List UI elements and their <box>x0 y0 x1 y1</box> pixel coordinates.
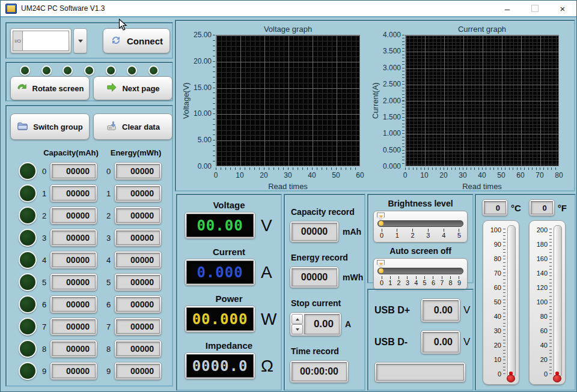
fahrenheit-field: 0 <box>529 199 555 216</box>
power-display-value: 00.000 <box>186 307 254 331</box>
fahrenheit-value: 0 <box>531 201 553 214</box>
capacity-row-index: 6 <box>40 300 49 309</box>
impedance-display-row: 0000.0Ω <box>177 352 281 379</box>
capacity-record-field: 00000 <box>290 221 339 243</box>
usb-dplus-value: 0.00 <box>423 300 459 321</box>
next-page-button[interactable]: Next page <box>93 76 172 100</box>
voltage-display: 00.00 <box>185 212 255 239</box>
com-port-field-frame: I/O <box>10 28 72 53</box>
auto-screen-off-slider-fill-dot <box>379 268 383 273</box>
graphs-panel: Voltage graphVoltage(V)25.0020.0015.0010… <box>175 20 575 191</box>
clear-data-icon <box>106 120 117 133</box>
com-port-input[interactable] <box>22 31 69 51</box>
com-port-dropdown-button[interactable] <box>73 28 87 53</box>
group-led <box>19 318 37 336</box>
capacity-field-value: 00000 <box>52 364 96 378</box>
xtick-label: 30 <box>279 171 297 179</box>
current-label: Current <box>177 247 281 259</box>
stop-current-spinner: 0.00 <box>290 312 341 336</box>
spin-up-button[interactable] <box>292 314 303 324</box>
celsius-scale-ticks <box>503 229 505 375</box>
clear-data-button[interactable]: Clear data <box>93 113 172 140</box>
capacity-field: 00000 <box>50 229 97 247</box>
group-row: 400000400000 <box>19 251 172 269</box>
scale-label: 0 <box>544 370 548 378</box>
stop-current-label: Stop current <box>290 298 364 309</box>
auto-screen-off-slider-thumb[interactable] <box>377 260 385 268</box>
energy-record-field: 00000 <box>290 267 339 288</box>
current-graph-plot <box>405 35 559 166</box>
stop-current-row: 0.00 A <box>290 312 364 336</box>
tick-label: 0 <box>378 232 385 239</box>
energy-row-index: 3 <box>104 234 113 243</box>
minimize-button[interactable]: – <box>493 1 521 16</box>
capacity-row-index: 8 <box>40 345 49 354</box>
scale-label: 200 <box>537 226 548 234</box>
capacity-record-row: 00000 mAh <box>290 221 364 243</box>
auto-screen-off-slider-track[interactable] <box>377 268 463 274</box>
connect-button[interactable]: Connect <box>103 28 170 53</box>
energy-field: 00000 <box>114 207 162 225</box>
group-led <box>19 295 37 313</box>
xtick-label: 70 <box>531 171 549 179</box>
usb-dminus-unit: V <box>463 336 470 348</box>
stop-current-value[interactable]: 0.00 <box>304 314 340 334</box>
voltage-label: Voltage <box>177 200 281 212</box>
rotate-screen-button[interactable]: Rotate screen <box>10 76 90 100</box>
voltage-graph-xtick-labels: 0102030405060 <box>207 171 369 179</box>
tick-label: 3 <box>404 279 411 286</box>
next-page-label: Next page <box>122 84 159 93</box>
energy-row-index: 6 <box>104 300 113 309</box>
celsius-bulb <box>507 375 515 382</box>
ytick-label: 3.000 <box>383 64 401 72</box>
switch-group-button[interactable]: Switch group <box>10 113 90 140</box>
xtick-label: 60 <box>511 171 530 179</box>
scale-label: 100 <box>537 298 548 306</box>
xtick-label: 40 <box>303 171 321 179</box>
current-graph-y-minor-ticks <box>402 35 405 166</box>
energy-row-index: 7 <box>104 322 113 331</box>
energy-field: 00000 <box>114 273 162 291</box>
energy-record-value: 00000 <box>292 268 337 286</box>
ytick-label: 1.000 <box>383 129 401 137</box>
current-graph-x-minor-ticks <box>405 167 559 170</box>
capacity-field-value: 00000 <box>52 253 96 267</box>
energy-field: 00000 <box>114 340 162 358</box>
temperature-panel: 0 °C 0 °F 100908070605040302010020018016… <box>475 194 576 391</box>
xtick-label: 0 <box>396 171 414 179</box>
io-port-icon: I/O <box>13 31 22 51</box>
ytick-label: 3.500 <box>383 47 401 55</box>
current-display: 0.000 <box>185 259 255 286</box>
group-row: 000000000000 <box>19 162 172 180</box>
group-row: 300000300000 <box>19 229 172 247</box>
capacity-field: 00000 <box>50 162 97 180</box>
record-panel: Capacity record 00000 mAh Energy record … <box>284 194 365 391</box>
spin-down-button[interactable] <box>292 324 303 334</box>
capacity-row-index: 1 <box>40 189 49 198</box>
brightness-level-slider-thumb[interactable] <box>377 213 385 221</box>
usb-dplus-label: USB D+ <box>374 305 418 316</box>
capacity-field: 00000 <box>50 295 97 313</box>
ytick-label: 10.00 <box>194 109 212 118</box>
group-panel: Switch group Clear data Capacity(mAh) En… <box>5 105 173 387</box>
celsius-thermometer: 1009080706050403020100 <box>483 220 519 385</box>
ytick-label: 0.500 <box>383 146 401 154</box>
power-display: 00.000 <box>185 306 255 333</box>
brightness-level-slider-track[interactable] <box>377 220 463 227</box>
nav-panel: Rotate screen Next page <box>5 62 173 101</box>
xtick-label: 10 <box>415 171 433 179</box>
group-row: 700000700000 <box>19 318 172 336</box>
energy-field-value: 00000 <box>116 342 160 356</box>
scale-label: 140 <box>537 270 548 277</box>
energy-record-unit: mWh <box>343 273 363 282</box>
ytick-label: 1.500 <box>383 113 401 121</box>
tick-label: 0 <box>378 279 385 286</box>
auto-screen-off-label: Auto screen off <box>368 246 472 256</box>
voltage-unit: V <box>261 216 272 235</box>
switch-group-label: Switch group <box>33 122 82 131</box>
close-button[interactable]: × <box>549 1 576 16</box>
capacity-field-value: 00000 <box>52 186 96 201</box>
impedance-display: 0000.0 <box>185 352 255 379</box>
capacity-field: 00000 <box>50 362 97 380</box>
usb-dminus-value: 0.00 <box>423 332 459 352</box>
